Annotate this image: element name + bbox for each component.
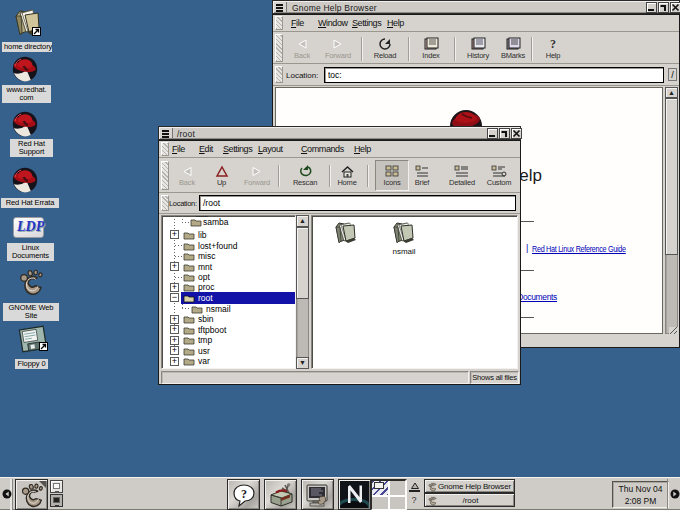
- svg-text:?: ?: [550, 37, 556, 51]
- svg-text:?: ?: [241, 487, 247, 501]
